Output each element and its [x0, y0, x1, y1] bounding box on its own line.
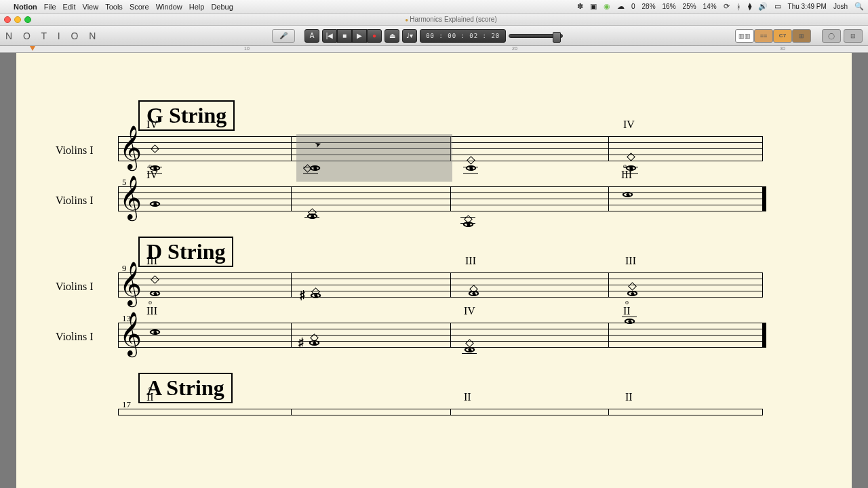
stop-button[interactable]: ■ [337, 29, 352, 43]
harmonic-circle: o [149, 384, 152, 392]
barline [118, 136, 119, 161]
menu-tools[interactable]: Tools [105, 3, 123, 11]
barline [450, 323, 451, 348]
staff-system[interactable]: 9Violins I𝄞IIIIIIIII♯ [50, 272, 818, 297]
barline [608, 409, 609, 415]
barline [762, 409, 763, 415]
clock: Thu 3:49 PM [788, 3, 827, 10]
string-marking: II [146, 391, 154, 403]
barline [291, 323, 292, 348]
whole-note[interactable] [150, 201, 161, 207]
barline [762, 136, 763, 161]
part-label: Violins I [56, 281, 93, 293]
string-marking: III [465, 255, 476, 267]
piano-keyboard-button[interactable]: ▥▥ [735, 29, 754, 43]
barline [762, 186, 766, 211]
play-button[interactable]: ▶ [352, 29, 367, 43]
ledger-line [462, 353, 477, 354]
ledger-line [303, 173, 318, 174]
settings-button[interactable]: ⊟ [844, 29, 863, 43]
whole-note[interactable] [307, 214, 318, 219]
volume-slider[interactable] [509, 34, 563, 38]
whole-note[interactable] [463, 222, 474, 227]
tempo-button[interactable]: ♩▾ [402, 29, 417, 43]
string-marking: IV [146, 169, 158, 181]
staff-system[interactable]: 13Violins I𝄞IIIoIVIIo♯ [50, 323, 818, 347]
menu-file[interactable]: File [44, 3, 56, 11]
menu-debug[interactable]: Debug [211, 3, 233, 11]
status-pct1: 0 [631, 3, 635, 10]
whole-note[interactable] [309, 340, 320, 346]
metronome-button[interactable]: ⏏ [384, 29, 399, 43]
menu-help[interactable]: Help [189, 3, 205, 11]
status-pct5: 14% [703, 3, 717, 10]
staff-system[interactable]: 5Violins I𝄞IVoIIIo [50, 186, 818, 211]
barline [762, 272, 763, 298]
barline [291, 409, 292, 415]
drum-pad-button[interactable]: ⊞ [792, 29, 811, 43]
string-marking: III [621, 169, 632, 181]
conductor-button[interactable]: 🎤 [272, 29, 295, 43]
treble-clef: 𝄞 [119, 178, 142, 216]
score-page[interactable]: G StringViolins I𝄞➤IVIV5Violins I𝄞IVoIII… [16, 53, 852, 488]
whole-note[interactable] [625, 319, 635, 324]
status-star-icon: ✽ [577, 2, 583, 11]
rewind-button[interactable]: |◀ [322, 29, 337, 43]
barline [762, 323, 766, 348]
minimize-window-button[interactable] [14, 16, 21, 23]
harmonic-circle: o [625, 298, 629, 306]
whole-note[interactable] [311, 293, 321, 298]
menu-edit[interactable]: Edit [63, 3, 76, 11]
ledger-line [622, 317, 637, 317]
close-window-button[interactable] [4, 16, 11, 23]
treble-clef: 𝄞 [119, 314, 142, 352]
whole-note[interactable] [150, 329, 161, 335]
timecode-display: 00 : 00 : 02 : 20 [420, 29, 506, 43]
status-sync-icon: ⟳ [724, 2, 730, 11]
barline [118, 186, 119, 211]
whole-note[interactable] [627, 291, 638, 296]
whole-note[interactable] [623, 192, 633, 197]
ruler-mark-30: 30 [780, 46, 785, 51]
mac-menubar: Notion File Edit View Tools Score Window… [0, 0, 868, 14]
bluetooth-icon: ᚼ [736, 3, 741, 11]
whole-note[interactable] [466, 165, 477, 171]
app-menu[interactable]: Notion [14, 3, 37, 11]
part-label: Violins I [56, 331, 93, 343]
score-viewport[interactable]: G StringViolins I𝄞➤IVIV5Violins I𝄞IVoIII… [0, 53, 868, 488]
string-marking: III [625, 255, 636, 267]
status-pct3: 16% [663, 3, 676, 10]
app-toolbar: N O T I O N 🎤 A |◀ ■ ▶ ● ⏏ ♩▾ 00 : 00 : … [0, 26, 868, 46]
menu-window[interactable]: Window [156, 3, 182, 11]
whole-note[interactable] [469, 291, 479, 296]
timeline-ruler[interactable]: 10 20 30 [0, 46, 868, 53]
user-name[interactable]: Josh [833, 3, 848, 10]
wifi-icon: ⧫ [748, 2, 751, 11]
harmonic-circle: o [149, 298, 152, 306]
barline [450, 186, 451, 211]
part-label: Violins I [56, 144, 93, 157]
staff-system[interactable]: Violins I𝄞➤IVIV [50, 136, 818, 161]
barline [608, 186, 609, 211]
window-titlebar: Harmonics Explained (score) [0, 14, 868, 26]
mixer-button[interactable]: ◯ [822, 29, 841, 43]
chord-library-button[interactable]: C7 [773, 29, 792, 43]
guitar-fretboard-button[interactable]: ≡≡ [754, 29, 773, 43]
volume-icon: 🔊 [758, 2, 768, 11]
part-label: Violins I [56, 195, 93, 207]
record-button[interactable]: ● [367, 29, 382, 43]
whole-note[interactable] [310, 165, 321, 171]
barline [118, 272, 119, 298]
menu-view[interactable]: View [83, 3, 99, 11]
barline [291, 186, 292, 211]
text-tool-button[interactable]: A [304, 29, 319, 43]
playhead-marker[interactable] [30, 46, 35, 51]
zoom-window-button[interactable] [24, 16, 31, 23]
sharp-accidental: ♯ [298, 335, 304, 351]
whole-note[interactable] [465, 347, 475, 352]
status-pct2: 28% [642, 3, 656, 10]
spotlight-icon[interactable]: 🔍 [854, 2, 864, 11]
menu-score[interactable]: Score [130, 3, 149, 11]
staff-system[interactable]: 17IIoIIII [50, 409, 818, 415]
whole-note[interactable] [150, 291, 161, 296]
